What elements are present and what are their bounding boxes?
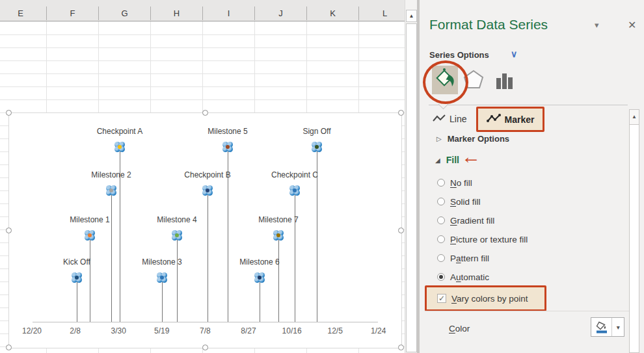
fill-color-bucket-icon xyxy=(591,318,611,336)
data-label: Milestone 2 xyxy=(75,170,147,181)
data-label: Milestone 6 xyxy=(224,257,295,268)
milestone-marker[interactable] xyxy=(72,272,82,283)
column-header-K[interactable]: K xyxy=(307,7,359,20)
drop-line xyxy=(260,280,260,322)
scroll-up-icon[interactable]: ▲ xyxy=(406,10,417,22)
chart-resize-handle[interactable] xyxy=(6,228,12,233)
radio-icon[interactable] xyxy=(437,198,445,205)
fill-color-dropdown-caret[interactable]: ▾ xyxy=(611,318,624,336)
x-axis-tick-label: 10/16 xyxy=(276,326,308,337)
fill-option-no-fill[interactable]: No fill xyxy=(437,177,472,189)
fill-option-gradient-fill[interactable]: Gradient fill xyxy=(437,215,494,226)
pane-vertical-scrollbar[interactable]: ▲ xyxy=(629,109,639,353)
fill-option-label: Automatic xyxy=(450,272,489,282)
marker-center-dot xyxy=(75,276,79,280)
milestone-marker[interactable] xyxy=(114,142,125,152)
section-fill[interactable]: ◢ Fill xyxy=(435,155,459,165)
drop-line xyxy=(278,238,279,322)
fill-option-solid-fill[interactable]: Solid fill xyxy=(437,196,481,207)
x-axis-tick-label: 12/5 xyxy=(319,326,351,337)
marker-center-dot xyxy=(258,276,262,280)
radio-icon[interactable] xyxy=(437,235,445,243)
collapse-triangle-icon: ▷ xyxy=(436,135,442,142)
column-header-I[interactable]: I xyxy=(203,7,255,20)
chart-resize-handle[interactable] xyxy=(398,110,404,116)
sheet-scrollbar-thumb[interactable] xyxy=(406,23,417,352)
chart-resize-handle[interactable] xyxy=(398,345,404,350)
chart-resize-handle[interactable] xyxy=(6,110,12,116)
excel-window: { "spreadsheet": { "column_headers": ["E… xyxy=(0,0,644,353)
milestone-marker[interactable] xyxy=(172,230,182,241)
data-label: Checkpoint C xyxy=(259,170,330,181)
color-label: Color xyxy=(449,324,470,333)
expand-triangle-icon: ◢ xyxy=(435,157,440,164)
milestone-marker[interactable] xyxy=(289,185,300,196)
milestone-marker[interactable] xyxy=(106,185,116,196)
series-options-tab[interactable] xyxy=(495,72,513,92)
data-label: Milestone 4 xyxy=(141,215,213,226)
column-header-G[interactable]: G xyxy=(99,7,151,20)
red-circle-annotation xyxy=(423,60,468,104)
fill-color-button[interactable]: ▾ xyxy=(591,317,624,337)
tab-marker[interactable]: Marker xyxy=(476,107,544,132)
column-header-E[interactable]: E xyxy=(0,7,47,20)
drop-line xyxy=(90,238,90,322)
milestone-marker[interactable] xyxy=(222,142,233,152)
chart-resize-handle[interactable] xyxy=(398,228,404,233)
data-label: Milestone 3 xyxy=(126,257,198,268)
marker-center-dot xyxy=(118,145,122,149)
tab-strip-divider xyxy=(429,105,628,105)
milestone-marker[interactable] xyxy=(273,230,284,241)
fill-option-label: No fill xyxy=(450,178,472,188)
marker-center-dot xyxy=(109,189,113,192)
pane-menu-caret-icon[interactable]: ▾ xyxy=(595,20,599,30)
marker-center-dot xyxy=(226,145,230,149)
milestone-timeline-chart[interactable]: Kick OffMilestone 1Milestone 2Checkpoint… xyxy=(8,112,402,348)
fill-option-picture-or-texture-fill[interactable]: Picture or texture fill xyxy=(437,233,528,245)
milestone-marker[interactable] xyxy=(312,142,322,152)
milestone-marker[interactable] xyxy=(85,230,95,241)
chart-resize-handle[interactable] xyxy=(6,345,12,350)
column-header-J[interactable]: J xyxy=(255,7,307,20)
marker-zigzag-icon xyxy=(487,114,501,125)
fill-option-label: Gradient fill xyxy=(450,216,494,226)
marker-center-dot xyxy=(206,189,209,192)
column-header-H[interactable]: H xyxy=(151,7,203,20)
spreadsheet: EFGHIJKL Kick OffMilestone 1Milestone 2C… xyxy=(0,0,420,353)
format-data-series-pane: Format Data Series ▾ ✕ Series Options ∨ xyxy=(420,0,644,353)
drop-line xyxy=(177,238,178,322)
radio-icon[interactable] xyxy=(437,216,445,224)
milestone-marker[interactable] xyxy=(157,272,167,283)
fill-option-label: Picture or texture fill xyxy=(450,235,528,244)
x-axis-tick-label: 7/8 xyxy=(189,326,221,337)
column-header-L[interactable]: L xyxy=(359,7,411,20)
pane-scroll-up-icon[interactable]: ▲ xyxy=(630,110,639,125)
section-marker-options-label: Marker Options xyxy=(448,134,509,144)
column-header-F[interactable]: F xyxy=(47,7,99,20)
milestone-marker[interactable] xyxy=(202,185,213,196)
series-options-chevron-icon[interactable]: ∨ xyxy=(511,49,517,59)
x-axis-tick-label: 12/20 xyxy=(16,326,48,337)
radio-icon[interactable] xyxy=(437,273,445,281)
tab-line[interactable]: Line xyxy=(433,111,466,127)
radio-icon[interactable] xyxy=(437,254,445,262)
milestone-marker[interactable] xyxy=(254,272,265,283)
radio-icon[interactable] xyxy=(437,179,445,187)
fill-option-pattern-fill[interactable]: Pattern fill xyxy=(437,252,489,264)
vary-colors-checkbox[interactable]: ✓ xyxy=(437,294,446,303)
data-label: Checkpoint B xyxy=(172,170,243,181)
fill-option-automatic[interactable]: Automatic xyxy=(437,271,489,283)
vary-colors-label[interactable]: Vary colors by point xyxy=(451,294,528,304)
vary-colors-annotation-box: ✓ Vary colors by point xyxy=(425,285,546,311)
chart-resize-handle[interactable] xyxy=(202,110,208,116)
line-zigzag-icon xyxy=(433,114,446,125)
chart-resize-handle[interactable] xyxy=(202,345,208,350)
marker-center-dot xyxy=(88,233,92,237)
x-axis-tick-label: 8/27 xyxy=(232,326,265,337)
pane-close-icon[interactable]: ✕ xyxy=(628,19,636,31)
color-section-divider xyxy=(425,311,629,311)
section-marker-options[interactable]: ▷ Marker Options xyxy=(436,134,509,144)
radio-selected-dot xyxy=(439,275,443,279)
sheet-vertical-scrollbar[interactable]: ▲ xyxy=(405,0,417,353)
drop-line xyxy=(208,193,208,322)
